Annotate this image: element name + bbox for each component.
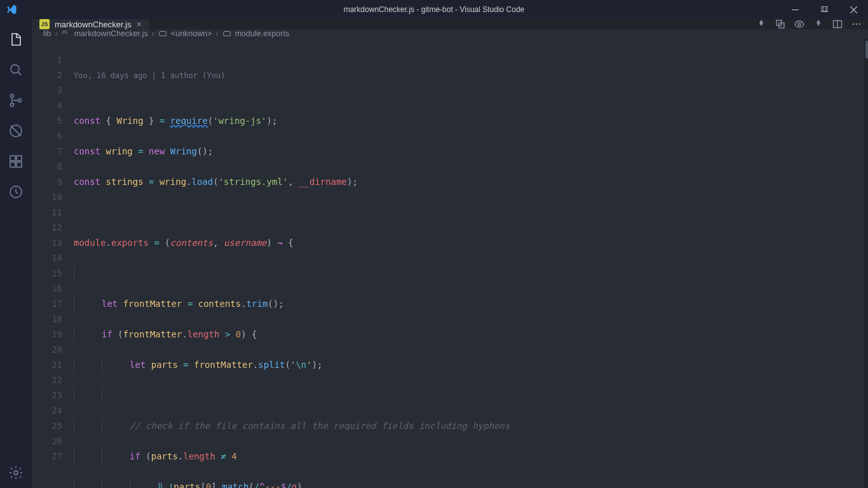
svg-point-21 xyxy=(859,24,861,25)
breadcrumbs[interactable]: lib › JS markdownChecker.js › <unknown> … xyxy=(32,29,868,38)
editor-actions xyxy=(750,19,868,29)
source-control-icon[interactable] xyxy=(0,85,32,116)
js-file-icon: JS xyxy=(39,19,50,29)
debug-icon[interactable] xyxy=(0,116,32,146)
line-number: 9 xyxy=(32,174,62,189)
action-icon-4[interactable] xyxy=(813,19,824,29)
more-actions-icon[interactable] xyxy=(851,19,862,29)
vscode-icon xyxy=(0,4,22,15)
extra-panel-icon[interactable] xyxy=(0,177,32,207)
line-number: 23 xyxy=(32,388,62,403)
svg-point-20 xyxy=(856,24,858,25)
activity-bar xyxy=(0,19,32,488)
explorer-icon[interactable] xyxy=(0,24,32,55)
symbol-icon xyxy=(222,29,231,38)
svg-point-4 xyxy=(11,95,14,98)
svg-rect-23 xyxy=(223,32,230,36)
code-content[interactable]: You, 16 days ago | 1 author (You) const … xyxy=(74,38,868,488)
line-number: 19 xyxy=(32,327,62,342)
breadcrumb-seg[interactable]: markdownChecker.js xyxy=(74,29,148,38)
codelens[interactable]: You, 16 days ago | 1 author (You) xyxy=(74,69,868,83)
svg-point-5 xyxy=(11,104,14,107)
line-number: 27 xyxy=(32,449,62,464)
chevron-right-icon: › xyxy=(216,29,219,38)
close-icon[interactable]: × xyxy=(137,19,142,29)
js-file-icon: JS xyxy=(62,29,71,38)
line-number: 5 xyxy=(32,113,62,128)
line-number: 2 xyxy=(32,67,62,83)
breadcrumb-seg[interactable]: <unknown> xyxy=(171,29,212,38)
line-number: 17 xyxy=(32,296,62,311)
line-number: 26 xyxy=(32,433,62,449)
svg-point-6 xyxy=(18,99,22,102)
line-number: 13 xyxy=(32,235,62,250)
code-editor[interactable]: 1234567891011121314151617181920212223242… xyxy=(32,38,868,488)
svg-rect-2 xyxy=(823,6,828,11)
svg-rect-1 xyxy=(821,6,826,11)
line-number: 14 xyxy=(32,250,62,266)
action-icon-1[interactable] xyxy=(756,19,766,29)
line-number-gutter: 1234567891011121314151617181920212223242… xyxy=(32,38,74,488)
svg-rect-9 xyxy=(10,162,15,167)
line-number: 4 xyxy=(32,98,62,113)
close-button[interactable] xyxy=(839,0,868,19)
window-title: markdownChecker.js - gitme-bot - Visual … xyxy=(0,5,868,14)
tab-markdownchecker[interactable]: JS markdownChecker.js × xyxy=(32,19,150,29)
symbol-icon xyxy=(158,29,167,38)
breadcrumb-seg[interactable]: module.exports xyxy=(235,29,289,38)
breadcrumb-seg[interactable]: lib xyxy=(43,29,51,38)
tab-bar: JS markdownChecker.js × xyxy=(32,19,868,29)
settings-gear-icon[interactable] xyxy=(0,458,32,488)
line-number: 15 xyxy=(32,266,62,281)
line-number: 24 xyxy=(32,403,62,418)
line-number: 25 xyxy=(32,418,62,433)
line-number: 6 xyxy=(32,128,62,144)
chevron-right-icon: › xyxy=(55,29,58,38)
action-icon-2[interactable] xyxy=(775,19,785,29)
svg-rect-0 xyxy=(792,10,799,10)
svg-rect-22 xyxy=(159,32,166,36)
title-bar: markdownChecker.js - gitme-bot - Visual … xyxy=(0,0,868,19)
line-number: 1 xyxy=(32,52,62,67)
tab-label: markdownChecker.js xyxy=(55,20,132,29)
extensions-icon[interactable] xyxy=(0,146,32,177)
svg-rect-8 xyxy=(10,156,15,161)
line-number: 8 xyxy=(32,159,62,174)
line-number: 10 xyxy=(32,189,62,205)
search-icon[interactable] xyxy=(0,55,32,85)
line-number: 20 xyxy=(32,342,62,357)
line-number: 21 xyxy=(32,357,62,372)
action-icon-3[interactable] xyxy=(794,19,804,29)
minimap[interactable] xyxy=(864,38,868,488)
svg-rect-10 xyxy=(17,162,22,167)
svg-point-16 xyxy=(798,23,801,25)
line-number: 3 xyxy=(32,83,62,98)
split-editor-icon[interactable] xyxy=(832,19,843,29)
line-number: 18 xyxy=(32,311,62,327)
maximize-button[interactable] xyxy=(810,0,839,19)
minimize-button[interactable] xyxy=(780,0,810,19)
svg-point-19 xyxy=(853,24,855,25)
window-controls xyxy=(780,0,868,19)
chevron-right-icon: › xyxy=(152,29,154,38)
line-number: 22 xyxy=(32,372,62,388)
minimap-thumb[interactable] xyxy=(865,41,868,58)
svg-rect-11 xyxy=(17,156,22,161)
svg-point-13 xyxy=(14,471,18,475)
line-number: 7 xyxy=(32,144,62,159)
line-number: 11 xyxy=(32,205,62,220)
line-number: 16 xyxy=(32,281,62,296)
line-number: 12 xyxy=(32,220,62,235)
